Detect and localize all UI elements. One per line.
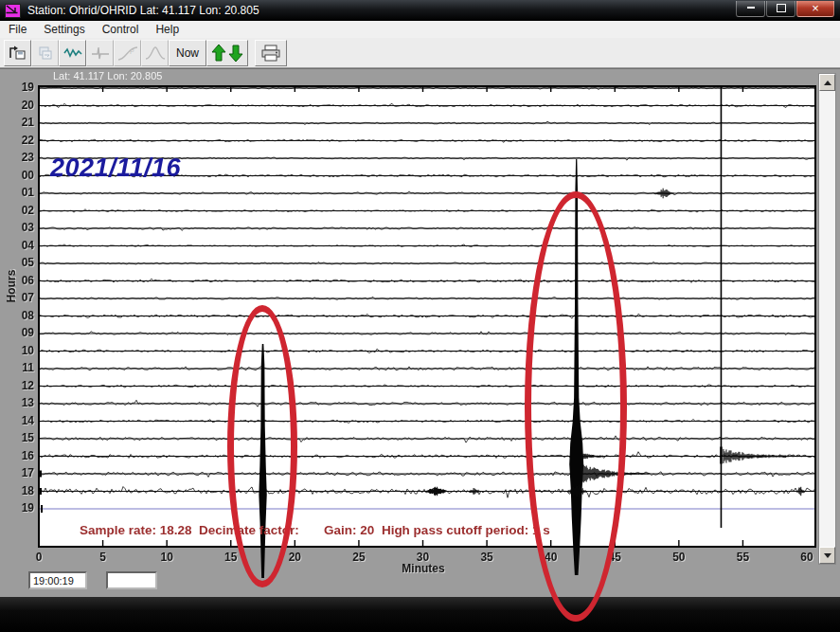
print-button[interactable]: [255, 40, 287, 66]
copy-icon: [37, 45, 54, 61]
hour-label: 09: [11, 326, 34, 339]
pulse-icon: [91, 45, 110, 61]
hour-label: 03: [11, 221, 34, 234]
minute-label: 50: [666, 551, 692, 564]
filter-response-button[interactable]: P: [114, 40, 141, 66]
open-export-icon: [9, 45, 27, 61]
open-export-button[interactable]: [4, 40, 31, 66]
hour-label: 06: [11, 274, 34, 287]
chart-coordinates-label: Lat: 41.117 Lon: 20.805: [53, 70, 162, 81]
minutes-axis-label: Minutes: [396, 562, 451, 575]
hour-label: 00: [11, 169, 34, 182]
hour-label: 17: [11, 466, 34, 479]
hour-label: 20: [11, 99, 34, 112]
hour-label: 07: [11, 291, 34, 304]
minute-label: 60: [794, 551, 820, 564]
date-annotation: 2021/11/16: [50, 153, 181, 183]
hour-label: 18: [11, 484, 34, 497]
minute-label: 45: [601, 551, 628, 564]
minute-label: 15: [218, 551, 244, 564]
close-button[interactable]: ×: [796, 1, 834, 17]
hour-label: 19: [11, 81, 34, 94]
copy-button[interactable]: [31, 40, 59, 66]
minimize-button[interactable]: [736, 1, 765, 17]
hour-label: 12: [11, 379, 34, 392]
minute-label: 5: [90, 551, 116, 564]
green-down-arrow-icon: [229, 45, 242, 62]
hour-label: 23: [11, 151, 34, 164]
app-window: Station: Ohrid/OHRID Lat: 41.117 Lon: 20…: [0, 0, 840, 632]
hour-label: 21: [11, 116, 34, 129]
hour-label: 19: [11, 501, 34, 515]
minute-label: 35: [474, 551, 500, 564]
title-bar[interactable]: Station: Ohrid/OHRID Lat: 41.117 Lon: 20…: [0, 0, 840, 21]
minute-label: 20: [281, 551, 308, 564]
pulse-button[interactable]: [86, 40, 114, 66]
toolbar: P Now: [0, 38, 840, 68]
now-button[interactable]: Now: [169, 40, 206, 66]
minute-label: 0: [26, 551, 52, 564]
minute-label: 55: [729, 551, 756, 564]
app-icon: [5, 4, 21, 18]
menu-bar: File Settings Control Help: [0, 21, 840, 39]
hour-label: 22: [11, 134, 34, 147]
scroll-updown-button[interactable]: [206, 40, 248, 66]
minute-label: 40: [538, 551, 564, 564]
menu-file[interactable]: File: [0, 22, 35, 37]
maximize-button[interactable]: [766, 1, 795, 17]
menu-control[interactable]: Control: [94, 22, 148, 37]
menu-help[interactable]: Help: [147, 22, 188, 37]
waveform-button[interactable]: [59, 40, 86, 66]
seismogram-canvas[interactable]: [0, 68, 840, 597]
scroll-up-button[interactable]: [819, 74, 835, 91]
printer-icon: [259, 45, 282, 62]
hour-label: 15: [11, 431, 34, 444]
aux-field[interactable]: [106, 571, 157, 589]
minute-label: 25: [346, 551, 372, 564]
bell-curve-button[interactable]: [141, 40, 169, 66]
current-time-field[interactable]: [28, 571, 87, 589]
hour-label: 13: [11, 396, 34, 409]
hour-label: 11: [11, 361, 34, 374]
menu-settings[interactable]: Settings: [35, 22, 93, 37]
hour-label: 04: [11, 239, 34, 252]
minute-label: 10: [153, 551, 180, 564]
bell-curve-icon: [145, 45, 166, 62]
hour-label: 02: [11, 204, 34, 217]
chart-vertical-scrollbar[interactable]: [818, 73, 836, 565]
acquisition-info-label: Sample rate: 18.28 Decimate factor: Gain…: [80, 523, 550, 537]
triangle-down-icon: [824, 553, 831, 558]
hour-label: 01: [11, 186, 34, 199]
scroll-down-button[interactable]: [819, 547, 835, 564]
svg-text:P: P: [130, 48, 134, 55]
hour-label: 14: [11, 414, 34, 427]
hour-label: 05: [11, 256, 34, 269]
minute-label: 30: [410, 551, 437, 564]
triangle-up-icon: [824, 81, 831, 85]
hour-label: 16: [11, 449, 34, 462]
waveform-icon: [63, 45, 82, 61]
window-title: Station: Ohrid/OHRID Lat: 41.117 Lon: 20…: [27, 4, 259, 17]
taskbar: e: [0, 597, 840, 632]
hour-label: 08: [11, 309, 34, 322]
hour-label: 10: [11, 344, 34, 357]
filter-response-icon: P: [117, 45, 138, 62]
green-up-arrow-icon: [212, 45, 225, 61]
